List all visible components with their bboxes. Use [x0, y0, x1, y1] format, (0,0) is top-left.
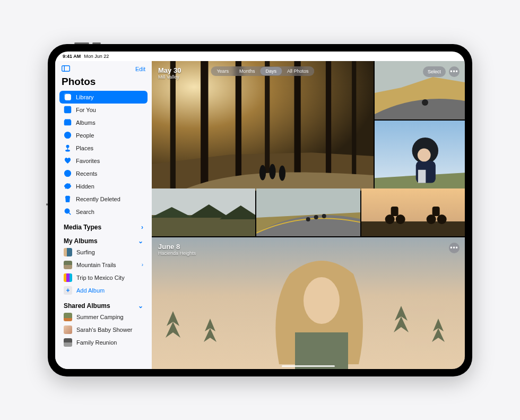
sidebar-item-search[interactable]: Search [59, 205, 148, 218]
svg-point-31 [269, 164, 275, 179]
foryou-icon [64, 106, 72, 114]
ipad-device-frame: 9:41 AM Mon Jun 22 ⚡︎ 100% Edit Photos [48, 44, 472, 376]
photo-thumbnail[interactable] [375, 121, 465, 191]
album-item[interactable]: Trip to Mexico City [55, 271, 152, 284]
svg-rect-25 [236, 61, 241, 191]
album-item[interactable]: Mountain Trails› [55, 259, 152, 271]
view-segmented-control[interactable]: YearsMonthsDaysAll Photos [211, 66, 314, 76]
eye-off-icon [64, 182, 72, 190]
svg-rect-40 [418, 169, 426, 183]
select-button[interactable]: Select [423, 66, 446, 77]
svg-point-55 [395, 215, 405, 224]
segment-months[interactable]: Months [234, 67, 261, 75]
add-album-button[interactable]: + Add Album [55, 284, 152, 297]
trash-icon [64, 195, 72, 203]
svg-rect-29 [352, 61, 356, 191]
day-header: May 30 Mill Valley [158, 66, 181, 80]
photo-grid[interactable]: May 30 Mill Valley YearsMonthsDaysAll Ph… [152, 61, 465, 369]
album-thumb [64, 325, 72, 334]
photo-thumbnail[interactable] [256, 188, 360, 236]
more-button[interactable]: ••• [449, 243, 460, 253]
heart-icon [64, 157, 72, 165]
album-label: Sarah's Baby Shower [76, 327, 132, 333]
section-my-albums[interactable]: My Albums ⌄ [55, 232, 152, 246]
wifi-icon [420, 54, 426, 58]
album-label: Surfing [76, 249, 95, 255]
svg-point-35 [422, 99, 428, 106]
section-label: My Albums [64, 237, 98, 245]
photo-thumbnail[interactable] [361, 188, 465, 236]
side-connector [46, 203, 48, 205]
svg-point-50 [314, 215, 318, 219]
section-media-types[interactable]: Media Types › [55, 218, 152, 232]
shared-album-item[interactable]: Sarah's Baby Shower [55, 323, 152, 336]
svg-rect-59 [432, 207, 439, 216]
people-icon [64, 131, 72, 139]
ellipsis-icon: ••• [450, 244, 458, 252]
sidebar-item-for-you[interactable]: For You [59, 104, 148, 116]
svg-line-20 [69, 213, 71, 215]
sidebar-item-label: Library [76, 94, 94, 100]
shared-album-item[interactable]: Summer Camping [55, 311, 152, 323]
status-date: Mon Jun 22 [84, 54, 109, 59]
svg-point-12 [66, 145, 69, 148]
segment-years[interactable]: Years [211, 67, 234, 75]
sidebar-item-label: Albums [76, 119, 96, 126]
album-item[interactable]: Surfing [55, 246, 152, 259]
photo-day-hero[interactable]: June 8 Hacienda Heights ••• [152, 237, 465, 369]
shared-album-item[interactable]: Family Reunion [55, 336, 152, 349]
day-location: Hacienda Heights [158, 251, 196, 256]
section-shared-albums[interactable]: Shared Albums ⌄ [55, 297, 152, 311]
edit-button[interactable]: Edit [135, 66, 145, 72]
more-button[interactable]: ••• [449, 66, 460, 77]
sidebar-item-places[interactable]: Places [59, 142, 148, 155]
svg-rect-3 [62, 65, 70, 71]
sidebar-item-label: For You [76, 107, 96, 113]
screen: 9:41 AM Mon Jun 22 ⚡︎ 100% Edit Photos [55, 52, 465, 369]
svg-rect-2 [456, 55, 457, 57]
lightning-icon: ⚡︎ [428, 54, 431, 59]
search-icon [64, 208, 72, 216]
sidebar-item-recents[interactable]: Recents [59, 167, 148, 180]
section-label: Media Types [64, 224, 101, 231]
ellipsis-icon: ••• [450, 68, 458, 75]
home-indicator[interactable] [282, 365, 335, 367]
sidebar-item-albums[interactable]: Albums [59, 116, 148, 129]
sidebar-item-label: Recently Deleted [76, 196, 120, 202]
photo-thumbnail[interactable] [152, 188, 255, 236]
album-label: Summer Camping [76, 314, 124, 320]
status-battery: 100% [434, 54, 446, 59]
svg-rect-1 [448, 55, 455, 58]
sidebar-toggle-icon[interactable] [62, 64, 70, 74]
sidebar: Edit Photos LibraryFor YouAlbumsPeoplePl… [55, 61, 152, 369]
day-location: Mill Valley [158, 74, 181, 80]
svg-rect-56 [391, 207, 398, 216]
section-label: Shared Albums [64, 302, 110, 310]
svg-point-11 [66, 133, 68, 135]
photo-day-hero[interactable]: May 30 Mill Valley YearsMonthsDaysAll Ph… [152, 61, 374, 191]
album-label: Trip to Mexico City [76, 275, 125, 281]
battery-icon [448, 54, 457, 58]
chevron-down-icon: ⌄ [138, 302, 143, 310]
chevron-down-icon: ⌄ [138, 237, 143, 245]
svg-point-30 [259, 165, 266, 180]
svg-point-32 [279, 165, 285, 181]
svg-point-49 [306, 217, 310, 221]
svg-point-51 [322, 214, 326, 218]
svg-rect-28 [326, 61, 331, 191]
sidebar-item-label: People [76, 132, 94, 139]
segment-all-photos[interactable]: All Photos [282, 67, 314, 75]
day-header: June 8 Hacienda Heights [158, 243, 196, 256]
photo-thumbnail[interactable]: Select ••• [375, 61, 465, 119]
clock-icon [64, 169, 72, 177]
sidebar-item-people[interactable]: People [59, 129, 148, 142]
plus-icon: + [64, 286, 72, 295]
album-thumb [64, 248, 72, 256]
sidebar-item-recently-deleted[interactable]: Recently Deleted [59, 193, 148, 205]
sidebar-item-favorites[interactable]: Favorites [59, 155, 148, 167]
sidebar-item-library[interactable]: Library [59, 91, 148, 104]
segment-days[interactable]: Days [261, 67, 282, 75]
svg-point-41 [418, 148, 431, 161]
sidebar-item-hidden[interactable]: Hidden [59, 180, 148, 193]
album-thumb [64, 273, 72, 282]
